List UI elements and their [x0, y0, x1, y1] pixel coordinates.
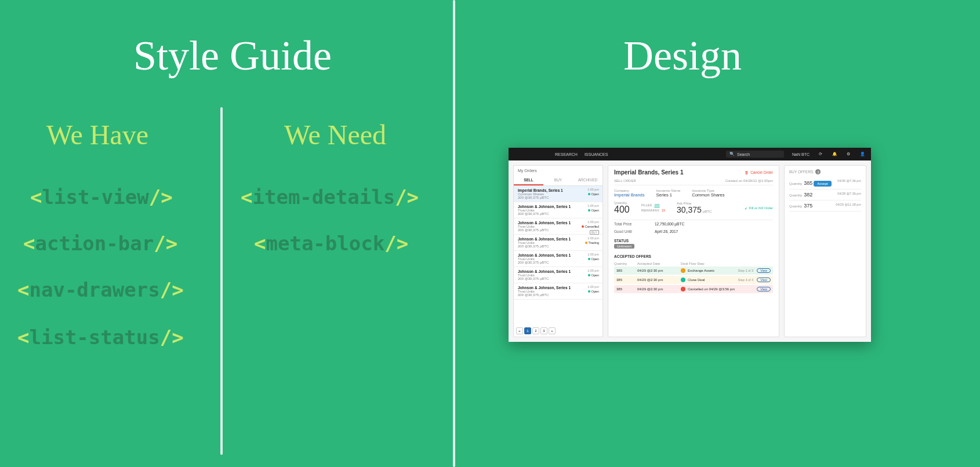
order-item[interactable]: Johnson & Johnson, Series 1Trust Units20… — [514, 283, 602, 300]
tag-action-bar: <action-bar/> — [23, 232, 177, 255]
tag-item-details: <item-details/> — [241, 185, 419, 209]
orders-title: My Orders — [514, 166, 602, 176]
tag-list-view: <list-view/> — [30, 185, 173, 209]
accepted-offer-row: 38504/29 @2:30 pm Exchange Assets Step 2… — [614, 267, 773, 275]
offers-count: 2 — [815, 169, 821, 174]
trash-icon: 🗑 — [745, 170, 749, 174]
subhead-we-have: We Have — [46, 119, 148, 151]
tab-sell[interactable]: SELL — [514, 176, 543, 185]
order-item[interactable]: Johnson & Johnson, Series 1Trust Units20… — [514, 251, 602, 267]
nav-research[interactable]: RESEARCH — [555, 152, 578, 156]
detail-panel: Imperial Brands, Series 1 🗑 Cancel Order… — [608, 165, 779, 337]
pager-button[interactable]: 3 — [540, 327, 547, 334]
pager-button[interactable]: » — [549, 327, 556, 334]
search-placeholder: Search — [737, 152, 750, 156]
order-item[interactable]: Johnson & Johnson, Series 1Trust Units20… — [514, 235, 602, 251]
orders-panel: My Orders SELL BUY ARCHIVED Imperial Bra… — [513, 165, 603, 337]
title-style-guide: Style Guide — [133, 32, 332, 80]
order-item[interactable]: Johnson & Johnson, Series 1Trust Units20… — [514, 218, 602, 235]
company-link[interactable]: Imperial Brands — [614, 192, 645, 198]
balance: NaN BTC — [792, 152, 810, 156]
title-design: Design — [623, 32, 742, 80]
status-badge: Unknown — [614, 244, 634, 249]
pager: «123» — [514, 325, 602, 337]
view-button[interactable]: View — [757, 278, 771, 282]
buy-offer: Quantity382 04/28 @7:36 pm — [789, 189, 861, 200]
main-divider — [453, 0, 455, 467]
refresh-icon[interactable]: ⟳ — [818, 151, 823, 157]
accept-button[interactable]: Accept — [814, 181, 831, 187]
fok-button[interactable]: ✔Fill or Kill Order — [745, 206, 773, 210]
cancel-order-button[interactable]: 🗑 Cancel Order — [745, 170, 773, 174]
tag-meta-block: <meta-block/> — [254, 232, 408, 255]
buy-offer: Quantity385 04/30 @7:36 pm Accept — [789, 177, 861, 189]
view-button[interactable]: View — [757, 287, 771, 291]
design-mock: RESEARCH ISSUANCES 🔍 Search NaN BTC ⟳ 🔔 … — [509, 148, 871, 342]
mid-divider — [220, 107, 223, 455]
subhead-we-need: We Need — [284, 119, 386, 151]
quantity-value: 400 — [614, 205, 630, 215]
gear-icon[interactable]: ⚙ — [845, 151, 851, 157]
tag-nav-drawers: <nav-drawers/> — [17, 278, 184, 301]
pager-button[interactable]: 2 — [532, 327, 539, 334]
topbar: RESEARCH ISSUANCES 🔍 Search NaN BTC ⟳ 🔔 … — [509, 148, 871, 160]
detail-title: Imperial Brands, Series 1 — [614, 169, 684, 176]
check-icon: ✔ — [745, 206, 747, 210]
pager-button[interactable]: 1 — [524, 327, 531, 334]
pager-button[interactable]: « — [516, 327, 523, 334]
tab-buy[interactable]: BUY — [543, 176, 573, 185]
bell-icon[interactable]: 🔔 — [832, 151, 837, 157]
search-input[interactable]: 🔍 Search — [726, 151, 784, 158]
offers-panel: BUY OFFERS2 Quantity385 04/30 @7:36 pm A… — [784, 165, 866, 337]
tab-archived[interactable]: ARCHIVED — [573, 176, 602, 185]
order-item[interactable]: Johnson & Johnson, Series 1Trust Units20… — [514, 202, 602, 218]
buy-offer: Quantity375 04/29 @11:28 pm — [789, 200, 861, 211]
user-icon[interactable]: 👤 — [859, 151, 865, 157]
sell-order-label: SELL ORDER — [614, 179, 636, 183]
view-button[interactable]: View — [757, 268, 771, 273]
nav-issuances[interactable]: ISSUANCES — [585, 152, 608, 156]
order-item[interactable]: Imperial Brands, Series 1Common Shares20… — [514, 186, 602, 202]
accepted-offer-row: 38504/29 @2:30 pm Close Deal Step 3 of 3… — [614, 276, 773, 284]
created-label: Created on 04/28/12 @1:00pm — [725, 179, 773, 183]
accepted-offer-row: 38504/29 @2:30 pm Cancelled on 04/29 @3:… — [614, 285, 773, 293]
order-item[interactable]: Johnson & Johnson, Series 1Trust Units20… — [514, 267, 602, 283]
tag-list-status: <list-status/> — [17, 326, 184, 349]
search-icon: 🔍 — [729, 152, 735, 156]
